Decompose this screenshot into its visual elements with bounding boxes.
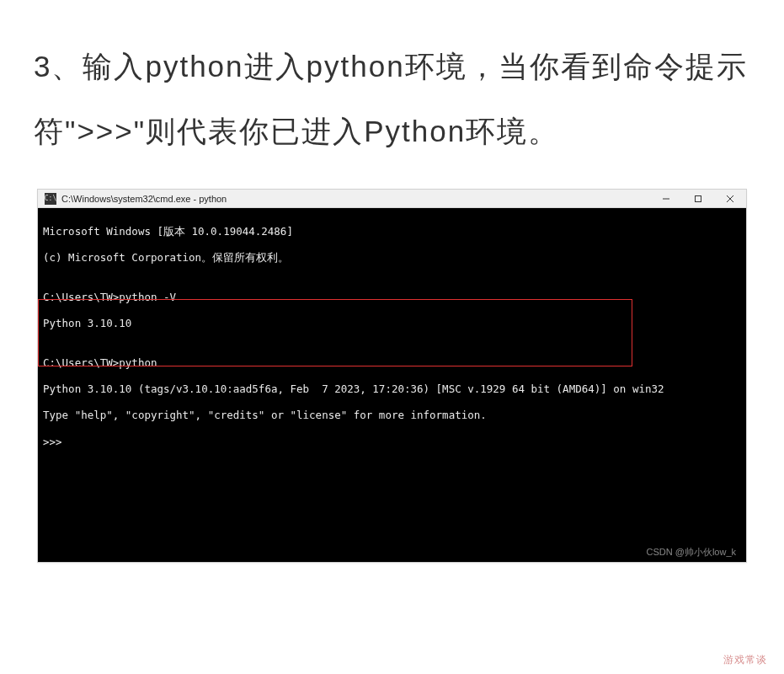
terminal-line: Python 3.10.10	[43, 317, 741, 330]
python-prompt: >>>	[43, 436, 741, 449]
terminal-line: Python 3.10.10 (tags/v3.10.10:aad5f6a, F…	[43, 382, 741, 396]
csdn-watermark: CSDN @帅小伙low_k	[646, 547, 736, 559]
minimize-button[interactable]	[650, 190, 682, 208]
terminal-line: Microsoft Windows [版本 10.0.19044.2486]	[43, 225, 741, 238]
terminal-line: (c) Microsoft Corporation。保留所有权利。	[43, 251, 741, 265]
window-controls	[650, 190, 746, 207]
close-button[interactable]	[714, 190, 746, 208]
svg-rect-1	[696, 195, 701, 201]
cmd-icon: C:\	[45, 193, 56, 205]
terminal-line: Type "help", "copyright", "credits" or "…	[43, 409, 741, 422]
instruction-text: 3、输入python进入python环境，当你看到命令提示符">>>"则代表你已…	[34, 34, 750, 163]
terminal-line: C:\Users\TW>python	[43, 356, 741, 370]
cmd-screenshot: C:\ C:\Windows\system32\cmd.exe - python…	[37, 189, 747, 563]
terminal-line: C:\Users\TW>python -V	[43, 291, 741, 304]
window-title: C:\Windows\system32\cmd.exe - python	[61, 194, 227, 204]
article-container: 3、输入python进入python环境，当你看到命令提示符">>>"则代表你已…	[0, 0, 784, 674]
footer-watermark: 游戏常谈	[723, 653, 767, 667]
terminal-body[interactable]: Microsoft Windows [版本 10.0.19044.2486] (…	[38, 208, 746, 562]
window-titlebar: C:\ C:\Windows\system32\cmd.exe - python	[38, 190, 746, 208]
maximize-button[interactable]	[682, 190, 714, 208]
